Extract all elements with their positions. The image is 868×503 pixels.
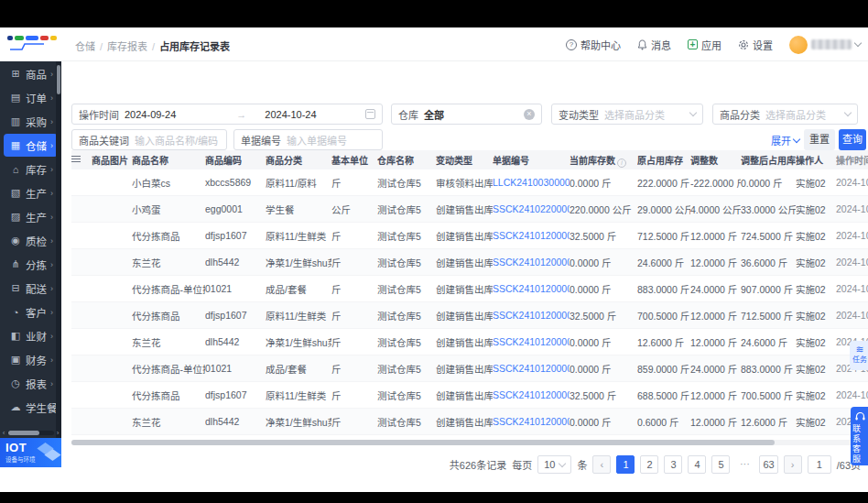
sidebar-item-orders[interactable]: ▤订单› [4,86,58,109]
doc-number-link[interactable]: SSCK24101200002 [493,363,570,374]
product-code: dlh5442 [205,336,266,347]
student-meal-icon: ☁ [10,401,21,413]
page-button-63[interactable]: 63 [759,455,777,474]
column-header: 当前库存数i [570,153,637,168]
page-button-3[interactable]: 3 [664,455,682,474]
user-account[interactable] [789,36,861,54]
table-row: 代分拣商品dfjsp1607原料11/生鲜类斤测试仓库5创建销售出库SSCK24… [71,302,868,329]
next-page-button[interactable]: › [784,455,802,474]
page-button-4[interactable]: 4 [688,455,706,474]
calendar-icon [365,109,375,119]
date-to-value: 2024-10-24 [265,109,316,120]
reset-button[interactable]: 重置 [804,129,835,150]
apps-button[interactable]: +应用 [688,38,722,52]
task-float-button[interactable]: ≋任务 [850,341,868,370]
sidebar-item-purchase[interactable]: ▥采购› [4,110,58,133]
chevron-right-icon: › [50,70,53,79]
change-type-label: 变动类型 [559,107,599,122]
prev-page-button[interactable]: ‹ [592,455,611,474]
original-occupied: 700.5000 斤 [637,309,690,323]
sidebar-horizontal-scrollbar[interactable]: ‹ › [0,429,61,436]
doc-number-link[interactable]: LLCK24100300001 [493,177,570,188]
change-type: 创建销售出库 [436,256,493,269]
doc-number-link[interactable]: SSCK24101200002 [493,336,570,347]
settings-button[interactable]: 设置 [738,38,773,52]
breadcrumb-separator: / [100,41,103,52]
sidebar-item-student-meal[interactable]: ☁学生餐› [4,396,58,419]
sidebar-item-customers[interactable]: ◔客户› [4,301,58,323]
breadcrumb-item[interactable]: 仓储 [75,41,95,52]
product-code: egg0001 [205,203,266,214]
adjust-qty: 4.0000 公斤 [690,202,741,216]
breadcrumb-item[interactable]: 库存报表 [107,41,147,52]
sidebar-item-label: 报表 [26,377,47,391]
expand-filters-button[interactable]: 展开 [771,133,799,148]
scroll-right-icon[interactable]: › [54,429,61,437]
doc-number-link[interactable]: SSCK24101200004 [493,230,570,241]
sidebar-item-production-1[interactable]: ▧生产› [4,181,58,204]
docno-label: 单据编号 [241,133,281,148]
page-size-select[interactable]: 10 [537,455,571,474]
column-header: 商品分类 [266,153,331,167]
doc-number-link[interactable]: SSCK24101200002 [493,389,570,400]
help-center-button[interactable]: ?帮助中心 [566,38,621,52]
table-row: 小白菜csxbccs5869原料11/原料斤测试仓库5审核领料出库LLCK241… [71,169,868,196]
page-button-2[interactable]: 2 [640,455,658,474]
delivery-icon: ⊟ [10,282,21,294]
table-horizontal-scrollbar[interactable] [71,440,866,445]
messages-button[interactable]: 消息 [637,38,671,52]
sidebar-item-sorting[interactable]: ⋔分拣› [4,253,58,276]
logo-line-icon [9,42,46,51]
contact-support-button[interactable]: 联系客服 [851,407,868,465]
search-button[interactable]: 查询 [839,129,866,150]
doc-number-link[interactable]: SSCK24101200001 [493,416,570,427]
page-jump-input[interactable]: 1 [808,455,831,474]
doc-number-cell: SSCK24102200001 [493,203,570,214]
sidebar-item-label: 库存 [26,162,47,177]
column-settings-cell[interactable] [71,155,92,165]
current-stock: 0.0000 斤 [570,415,637,429]
doc-number-link[interactable]: SSCK24102200001 [493,203,570,214]
doc-number-cell: LLCK24100300001 [493,177,570,188]
keyword-input[interactable]: 商品关键词 输入商品名称/编码 [71,129,227,150]
product-code: dlh5442 [205,416,266,427]
sidebar-item-biz-finance[interactable]: ◧业财› [4,324,58,347]
change-type-select[interactable]: 变动类型 选择商品分类 [551,104,703,125]
date-range-input[interactable]: 操作时间 2024-09-24 → 2024-10-24 [71,104,383,125]
page-button-1[interactable]: 1 [616,455,635,474]
sidebar-item-inventory[interactable]: ⌂库存› [4,158,58,180]
iot-logo-card[interactable]: IOT 设备与环境 [0,438,62,467]
doc-number-cell: SSCK24101200002 [493,363,570,374]
current-stock: 0.0000 斤 [570,176,637,190]
warehouse-select[interactable]: 仓库 全部 × [391,104,542,125]
doc-number-cell: SSCK24101200001 [493,416,570,427]
app-logo [5,33,64,57]
chevron-right-icon: › [50,332,53,341]
sidebar-item-warehouse[interactable]: ▦仓储› [4,134,58,157]
operate-time: 2024-10-1 [836,257,868,268]
sidebar-item-finance[interactable]: ▣财务› [4,348,58,371]
operator: 实施02 [796,202,836,216]
clear-icon[interactable]: × [524,109,535,120]
sidebar-item-reports[interactable]: ◷报表› [4,372,58,395]
docno-input[interactable]: 单据编号 输入单据编号 [233,129,383,150]
letterbox-bottom [0,492,868,503]
doc-number-link[interactable]: SSCK24101200003 [493,257,570,268]
sidebar-item-quality[interactable]: ◉质检› [4,229,58,252]
warehouse-name: 测试仓库5 [377,388,436,402]
unit-label: 条 [577,457,587,472]
column-header: 操作人 [796,153,836,167]
adjust-qty: 12.0000 斤 [690,309,741,323]
product-code: 01021 [205,363,266,374]
sidebar-item-goods[interactable]: ⊞商品› [4,62,58,85]
scroll-left-icon[interactable]: ‹ [0,429,7,437]
doc-number-link[interactable]: SSCK24101200003 [493,310,570,321]
breadcrumb-separator: / [152,41,155,52]
category-select[interactable]: 商品分类 选择商品分类 [712,104,858,125]
sidebar-item-production-2[interactable]: ▨生产› [4,205,58,228]
sidebar-item-delivery[interactable]: ⊟配送› [4,277,58,300]
page-button-5[interactable]: 5 [711,455,730,474]
pagination: 共626条记录 每页 10 条 ‹ 12345···63 › 1 /63页 [450,455,861,474]
doc-number-link[interactable]: SSCK24101200003 [493,283,570,294]
occupied-after-adjust: 883.0000 斤 [741,362,796,376]
